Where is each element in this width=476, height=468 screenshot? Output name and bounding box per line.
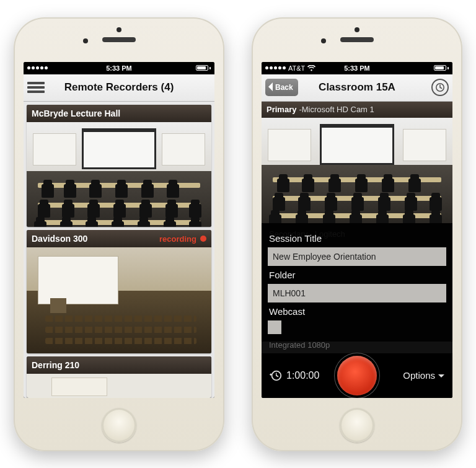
status-time: 5:33 PM	[106, 64, 132, 72]
phone-right: AT&T 5:33 PM	[252, 17, 462, 451]
earpiece-speaker	[340, 37, 374, 42]
session-form: Session Title Folder Webcast	[262, 223, 452, 342]
recording-badge: recording	[159, 234, 206, 244]
status-time: 5:33 PM	[344, 64, 370, 72]
battery-icon	[434, 65, 449, 71]
back-button[interactable]: Back	[265, 79, 298, 96]
carrier-label: AT&T	[288, 64, 305, 72]
front-camera	[83, 38, 88, 43]
page-title: Remote Recorders (4)	[64, 81, 174, 94]
chevron-left-icon	[268, 82, 274, 93]
recorder-list[interactable]: McBryde Lecture Hall	[24, 102, 214, 398]
integrated-source-ghost: Integrated 1080p	[269, 340, 330, 350]
history-icon	[269, 369, 283, 382]
session-title-label: Session Title	[269, 233, 446, 244]
recorder-name: Davidson 300	[32, 234, 87, 244]
camera-preview	[27, 247, 211, 353]
options-button[interactable]: Options	[403, 370, 445, 381]
recorder-name: Derring 210	[32, 360, 79, 370]
page-title: Classroom 15A	[319, 81, 395, 94]
battery-icon	[196, 65, 211, 71]
menu-icon[interactable]	[27, 81, 45, 94]
screen-right: AT&T 5:33 PM	[262, 62, 452, 398]
schedule-button[interactable]	[431, 79, 449, 96]
recorder-name: McBryde Lecture Hall	[32, 108, 120, 118]
duration-display[interactable]: 1:00:00	[269, 369, 319, 382]
signal-icon	[27, 66, 48, 69]
wifi-icon	[307, 65, 315, 71]
signal-icon	[265, 66, 286, 69]
camera-preview	[27, 122, 211, 227]
recorder-card[interactable]: Davidson 300 recording	[27, 230, 211, 353]
camera-preview	[27, 374, 211, 397]
duration-value: 1:00:00	[286, 370, 319, 381]
recorder-card[interactable]: McBryde Lecture Hall	[27, 105, 211, 227]
nav-bar: Back Classroom 15A	[262, 74, 452, 102]
camera-preview	[262, 118, 452, 223]
source-primary-label: Primary	[267, 105, 296, 114]
record-toolbar: 1:00:00 Options	[262, 353, 452, 398]
clock-icon	[435, 82, 445, 92]
webcast-checkbox[interactable]	[268, 320, 281, 334]
recording-dot-icon	[200, 236, 206, 242]
front-camera	[321, 38, 326, 43]
source-device-name: Microsoft HD Cam 1	[302, 105, 374, 114]
phone-left: 5:33 PM Remote Recorders (4)	[14, 17, 224, 451]
nav-bar: Remote Recorders (4)	[24, 74, 214, 102]
home-button[interactable]	[340, 408, 374, 443]
recorder-detail: Primary - Microsoft HD Cam 1	[262, 102, 452, 398]
home-button[interactable]	[102, 408, 136, 443]
video-source-bar[interactable]: Primary - Microsoft HD Cam 1	[262, 102, 452, 118]
status-bar: AT&T 5:33 PM	[262, 62, 452, 74]
status-bar: 5:33 PM	[24, 62, 214, 74]
recorder-card[interactable]: Derring 210	[27, 356, 211, 397]
folder-label: Folder	[269, 270, 446, 280]
proximity-sensor	[355, 27, 359, 32]
webcast-label: Webcast	[269, 306, 446, 317]
session-title-input[interactable]	[268, 247, 446, 266]
screen-left: 5:33 PM Remote Recorders (4)	[24, 62, 214, 398]
earpiece-speaker	[102, 37, 136, 42]
record-button[interactable]	[337, 356, 377, 395]
proximity-sensor	[117, 27, 121, 32]
folder-input[interactable]	[268, 284, 446, 302]
chevron-down-icon	[438, 370, 445, 381]
